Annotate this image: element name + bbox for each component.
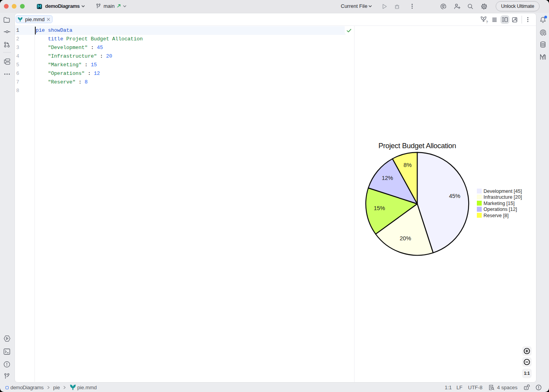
- svg-text:Infrastructure [20]: Infrastructure [20]: [484, 194, 522, 200]
- svg-text:20%: 20%: [400, 235, 411, 241]
- svg-text:?: ?: [486, 20, 488, 24]
- svg-text:8%: 8%: [404, 162, 412, 168]
- svg-text:12%: 12%: [382, 175, 393, 181]
- svg-text:Operations [12]: Operations [12]: [484, 207, 517, 212]
- svg-text:Marketing [15]: Marketing [15]: [484, 201, 514, 206]
- svg-text:Development [45]: Development [45]: [484, 189, 522, 194]
- svg-text:15%: 15%: [374, 205, 385, 211]
- svg-text:Reserve [8]: Reserve [8]: [484, 213, 509, 218]
- svg-text:45%: 45%: [449, 193, 460, 199]
